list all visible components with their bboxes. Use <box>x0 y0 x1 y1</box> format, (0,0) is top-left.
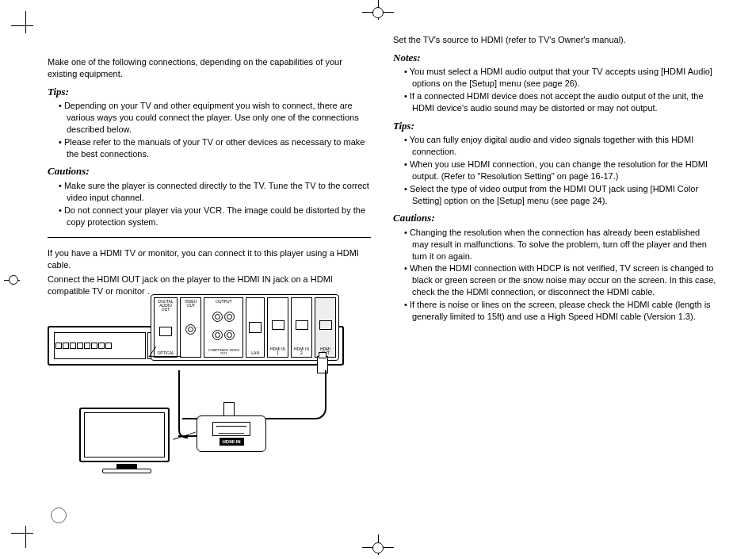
crop-mark-top <box>362 4 394 20</box>
hdmi-cable-seg <box>178 370 188 438</box>
notes-list: You must select a HDMI audio output that… <box>393 66 716 113</box>
page-number-circle <box>51 507 67 523</box>
connection-diagram: DIGITALAUDIO OUT OPTICAL VIDEO OUT OUTPU… <box>48 308 341 475</box>
right-column: Set the TV's source to HDMI (refer to TV… <box>393 32 716 527</box>
crop-mark-bottom <box>362 539 394 555</box>
list-item: If a connected HDMI device does not acce… <box>404 90 716 114</box>
list-item: Depending on your TV and other equipment… <box>59 100 371 136</box>
divider <box>48 237 371 238</box>
tips-list: Depending on your TV and other equipment… <box>48 100 371 159</box>
video-out-label: VIDEO OUT <box>181 300 200 308</box>
trim-mark <box>11 533 33 534</box>
hdmi-para-1: If you have a HDMI TV or monitor, you ca… <box>48 247 371 271</box>
trim-mark <box>11 25 33 26</box>
lan-label: LAN <box>251 351 259 355</box>
notes-heading: Notes: <box>393 51 716 65</box>
component-label: COMPONENT VIDEO OUT <box>205 349 242 355</box>
tips-heading-right: Tips: <box>393 119 716 133</box>
list-item: You must select a HDMI audio output that… <box>404 66 716 90</box>
list-item: Make sure the player is connected direct… <box>59 180 371 204</box>
left-column: Make one of the following connections, d… <box>48 32 371 527</box>
hdmi-in2-label: HDMI IN 2 <box>292 347 311 355</box>
list-item: When you use HDMI connection, you can ch… <box>404 159 716 182</box>
cautions-list: Make sure the player is connected direct… <box>48 180 371 228</box>
tips-heading: Tips: <box>48 85 371 99</box>
tv-hdmi-callout: HDMI IN <box>197 415 266 452</box>
output-label: OUTPUT <box>216 300 232 304</box>
list-item: Changing the resolution when the connect… <box>404 227 716 262</box>
crop-mark-left <box>4 275 20 285</box>
list-item: If there is noise or lines on the screen… <box>404 299 716 323</box>
trim-mark <box>25 526 26 548</box>
page-content: Make one of the following connections, d… <box>48 32 716 527</box>
list-item: Select the type of video output from the… <box>404 183 716 207</box>
hdmi-cable <box>182 370 326 419</box>
intro-text: Make one of the following connections, d… <box>48 56 371 80</box>
list-item: Please refer to the manuals of your TV o… <box>59 136 371 160</box>
set-source-text: Set the TV's source to HDMI (refer to TV… <box>393 34 716 46</box>
cautions-list-right: Changing the resolution when the connect… <box>393 227 716 323</box>
trim-mark <box>25 11 26 33</box>
cautions-heading: Cautions: <box>48 164 371 178</box>
tv-icon <box>79 408 174 471</box>
list-item: You can fully enjoy digital audio and vi… <box>404 134 716 158</box>
list-item: Do not connect your player via your VCR.… <box>59 205 371 228</box>
cautions-heading-right: Cautions: <box>393 211 716 225</box>
hdmi-in1-label: HDMI IN 1 <box>269 347 287 355</box>
tips-list-right: You can fully enjoy digital audio and vi… <box>393 134 716 206</box>
list-item: When the HDMI connection with HDCP is no… <box>404 262 716 298</box>
hdmi-in-label: HDMI IN <box>220 438 244 446</box>
